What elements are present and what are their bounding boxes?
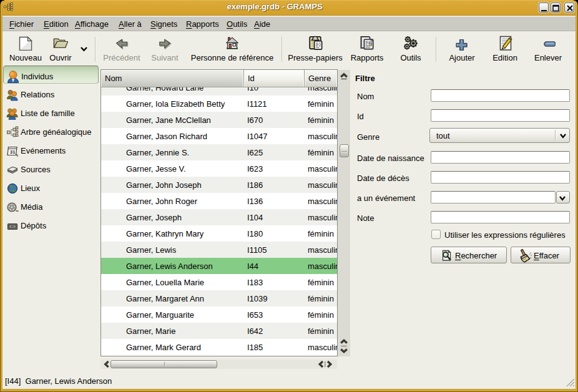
svg-text:31: 31 xyxy=(10,149,15,155)
